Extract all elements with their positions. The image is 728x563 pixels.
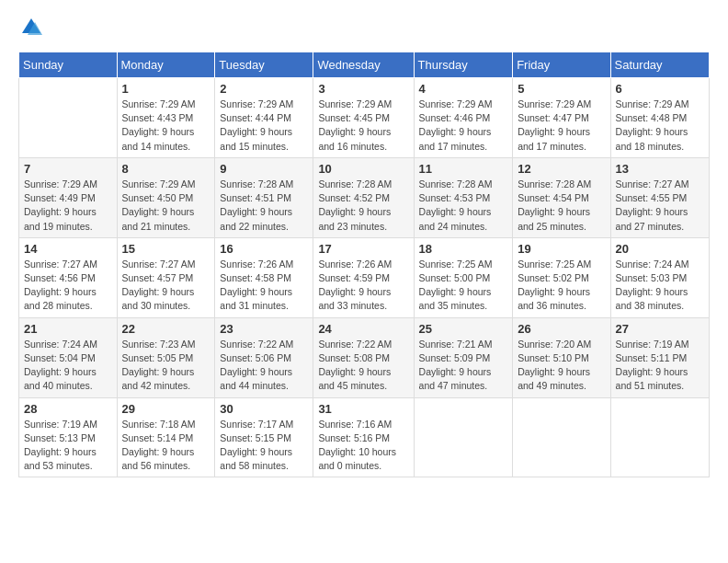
calendar-cell bbox=[19, 78, 118, 158]
calendar-cell: 12Sunrise: 7:28 AMSunset: 4:54 PMDayligh… bbox=[513, 157, 610, 237]
day-number: 7 bbox=[24, 162, 112, 176]
calendar-cell: 26Sunrise: 7:20 AMSunset: 5:10 PMDayligh… bbox=[513, 317, 610, 397]
day-number: 14 bbox=[24, 242, 112, 256]
calendar-cell: 18Sunrise: 7:25 AMSunset: 5:00 PMDayligh… bbox=[414, 237, 513, 317]
day-info: Sunrise: 7:27 AMSunset: 4:55 PMDaylight:… bbox=[616, 178, 704, 234]
day-number: 10 bbox=[318, 162, 408, 176]
calendar-cell: 19Sunrise: 7:25 AMSunset: 5:02 PMDayligh… bbox=[513, 237, 610, 317]
day-number: 31 bbox=[318, 402, 408, 416]
day-number: 16 bbox=[220, 242, 308, 256]
calendar-week-row: 1Sunrise: 7:29 AMSunset: 4:43 PMDaylight… bbox=[19, 78, 710, 158]
day-info: Sunrise: 7:23 AMSunset: 5:05 PMDaylight:… bbox=[122, 338, 210, 394]
day-info: Sunrise: 7:26 AMSunset: 4:59 PMDaylight:… bbox=[318, 258, 408, 314]
day-info: Sunrise: 7:29 AMSunset: 4:45 PMDaylight:… bbox=[318, 98, 408, 154]
calendar-week-row: 7Sunrise: 7:29 AMSunset: 4:49 PMDaylight… bbox=[19, 157, 710, 237]
day-number: 21 bbox=[24, 322, 112, 336]
day-info: Sunrise: 7:29 AMSunset: 4:47 PMDaylight:… bbox=[518, 98, 605, 154]
calendar-cell: 6Sunrise: 7:29 AMSunset: 4:48 PMDaylight… bbox=[610, 78, 709, 158]
calendar-cell: 20Sunrise: 7:24 AMSunset: 5:03 PMDayligh… bbox=[610, 237, 709, 317]
calendar-cell: 29Sunrise: 7:18 AMSunset: 5:14 PMDayligh… bbox=[117, 397, 215, 477]
calendar-cell: 9Sunrise: 7:28 AMSunset: 4:51 PMDaylight… bbox=[215, 157, 313, 237]
day-number: 15 bbox=[122, 242, 210, 256]
day-header-saturday: Saturday bbox=[610, 52, 709, 78]
calendar-cell: 30Sunrise: 7:17 AMSunset: 5:15 PMDayligh… bbox=[215, 397, 313, 477]
day-info: Sunrise: 7:29 AMSunset: 4:48 PMDaylight:… bbox=[616, 98, 704, 154]
day-info: Sunrise: 7:29 AMSunset: 4:50 PMDaylight:… bbox=[122, 178, 210, 234]
calendar-cell: 28Sunrise: 7:19 AMSunset: 5:13 PMDayligh… bbox=[19, 397, 118, 477]
day-number: 18 bbox=[419, 242, 508, 256]
calendar-cell: 31Sunrise: 7:16 AMSunset: 5:16 PMDayligh… bbox=[313, 397, 414, 477]
day-number: 25 bbox=[419, 322, 508, 336]
day-number: 1 bbox=[122, 82, 210, 96]
day-number: 19 bbox=[518, 242, 605, 256]
day-number: 8 bbox=[122, 162, 210, 176]
day-number: 9 bbox=[220, 162, 308, 176]
calendar-cell: 7Sunrise: 7:29 AMSunset: 4:49 PMDaylight… bbox=[19, 157, 118, 237]
day-info: Sunrise: 7:24 AMSunset: 5:04 PMDaylight:… bbox=[24, 338, 112, 394]
day-number: 3 bbox=[318, 82, 408, 96]
day-number: 24 bbox=[318, 322, 408, 336]
day-number: 22 bbox=[122, 322, 210, 336]
day-info: Sunrise: 7:17 AMSunset: 5:15 PMDaylight:… bbox=[220, 418, 308, 474]
calendar-cell: 2Sunrise: 7:29 AMSunset: 4:44 PMDaylight… bbox=[215, 78, 313, 158]
day-info: Sunrise: 7:25 AMSunset: 5:00 PMDaylight:… bbox=[419, 258, 508, 314]
logo-icon bbox=[18, 15, 44, 40]
calendar-cell bbox=[610, 397, 709, 477]
day-info: Sunrise: 7:29 AMSunset: 4:43 PMDaylight:… bbox=[122, 98, 210, 154]
calendar-cell: 3Sunrise: 7:29 AMSunset: 4:45 PMDaylight… bbox=[313, 78, 414, 158]
day-info: Sunrise: 7:28 AMSunset: 4:53 PMDaylight:… bbox=[419, 178, 508, 234]
day-number: 26 bbox=[518, 322, 605, 336]
day-number: 5 bbox=[518, 82, 605, 96]
day-info: Sunrise: 7:21 AMSunset: 5:09 PMDaylight:… bbox=[419, 338, 508, 394]
day-info: Sunrise: 7:29 AMSunset: 4:49 PMDaylight:… bbox=[24, 178, 112, 234]
day-info: Sunrise: 7:20 AMSunset: 5:10 PMDaylight:… bbox=[518, 338, 605, 394]
day-info: Sunrise: 7:18 AMSunset: 5:14 PMDaylight:… bbox=[122, 418, 210, 474]
calendar-week-row: 21Sunrise: 7:24 AMSunset: 5:04 PMDayligh… bbox=[19, 317, 710, 397]
day-info: Sunrise: 7:25 AMSunset: 5:02 PMDaylight:… bbox=[518, 258, 605, 314]
calendar-cell bbox=[513, 397, 610, 477]
calendar-cell: 8Sunrise: 7:29 AMSunset: 4:50 PMDaylight… bbox=[117, 157, 215, 237]
day-number: 28 bbox=[24, 402, 112, 416]
day-info: Sunrise: 7:16 AMSunset: 5:16 PMDaylight:… bbox=[318, 418, 408, 474]
day-info: Sunrise: 7:29 AMSunset: 4:44 PMDaylight:… bbox=[220, 98, 308, 154]
day-number: 20 bbox=[616, 242, 704, 256]
day-info: Sunrise: 7:22 AMSunset: 5:06 PMDaylight:… bbox=[220, 338, 308, 394]
calendar-cell: 21Sunrise: 7:24 AMSunset: 5:04 PMDayligh… bbox=[19, 317, 118, 397]
calendar-table: SundayMondayTuesdayWednesdayThursdayFrid… bbox=[18, 52, 710, 477]
day-header-thursday: Thursday bbox=[414, 52, 513, 78]
logo bbox=[18, 15, 48, 40]
day-number: 27 bbox=[616, 322, 704, 336]
calendar-cell: 16Sunrise: 7:26 AMSunset: 4:58 PMDayligh… bbox=[215, 237, 313, 317]
day-info: Sunrise: 7:27 AMSunset: 4:56 PMDaylight:… bbox=[24, 258, 112, 314]
day-info: Sunrise: 7:24 AMSunset: 5:03 PMDaylight:… bbox=[616, 258, 704, 314]
calendar-cell: 27Sunrise: 7:19 AMSunset: 5:11 PMDayligh… bbox=[610, 317, 709, 397]
calendar-cell: 14Sunrise: 7:27 AMSunset: 4:56 PMDayligh… bbox=[19, 237, 118, 317]
calendar-week-row: 28Sunrise: 7:19 AMSunset: 5:13 PMDayligh… bbox=[19, 397, 710, 477]
day-number: 11 bbox=[419, 162, 508, 176]
day-header-sunday: Sunday bbox=[19, 52, 118, 78]
day-number: 17 bbox=[318, 242, 408, 256]
day-number: 6 bbox=[616, 82, 704, 96]
day-info: Sunrise: 7:22 AMSunset: 5:08 PMDaylight:… bbox=[318, 338, 408, 394]
calendar-cell: 13Sunrise: 7:27 AMSunset: 4:55 PMDayligh… bbox=[610, 157, 709, 237]
calendar-header: SundayMondayTuesdayWednesdayThursdayFrid… bbox=[19, 52, 710, 78]
day-header-friday: Friday bbox=[513, 52, 610, 78]
day-header-monday: Monday bbox=[117, 52, 215, 78]
calendar-body: 1Sunrise: 7:29 AMSunset: 4:43 PMDaylight… bbox=[19, 78, 710, 477]
calendar-cell: 1Sunrise: 7:29 AMSunset: 4:43 PMDaylight… bbox=[117, 78, 215, 158]
calendar-cell: 5Sunrise: 7:29 AMSunset: 4:47 PMDaylight… bbox=[513, 78, 610, 158]
day-info: Sunrise: 7:28 AMSunset: 4:52 PMDaylight:… bbox=[318, 178, 408, 234]
day-number: 2 bbox=[220, 82, 308, 96]
header bbox=[18, 15, 710, 40]
day-header-wednesday: Wednesday bbox=[313, 52, 414, 78]
day-number: 23 bbox=[220, 322, 308, 336]
calendar-cell: 17Sunrise: 7:26 AMSunset: 4:59 PMDayligh… bbox=[313, 237, 414, 317]
calendar-cell: 22Sunrise: 7:23 AMSunset: 5:05 PMDayligh… bbox=[117, 317, 215, 397]
calendar-cell: 24Sunrise: 7:22 AMSunset: 5:08 PMDayligh… bbox=[313, 317, 414, 397]
calendar-week-row: 14Sunrise: 7:27 AMSunset: 4:56 PMDayligh… bbox=[19, 237, 710, 317]
day-number: 29 bbox=[122, 402, 210, 416]
day-header-tuesday: Tuesday bbox=[215, 52, 313, 78]
calendar-cell: 11Sunrise: 7:28 AMSunset: 4:53 PMDayligh… bbox=[414, 157, 513, 237]
calendar-cell: 23Sunrise: 7:22 AMSunset: 5:06 PMDayligh… bbox=[215, 317, 313, 397]
day-number: 13 bbox=[616, 162, 704, 176]
